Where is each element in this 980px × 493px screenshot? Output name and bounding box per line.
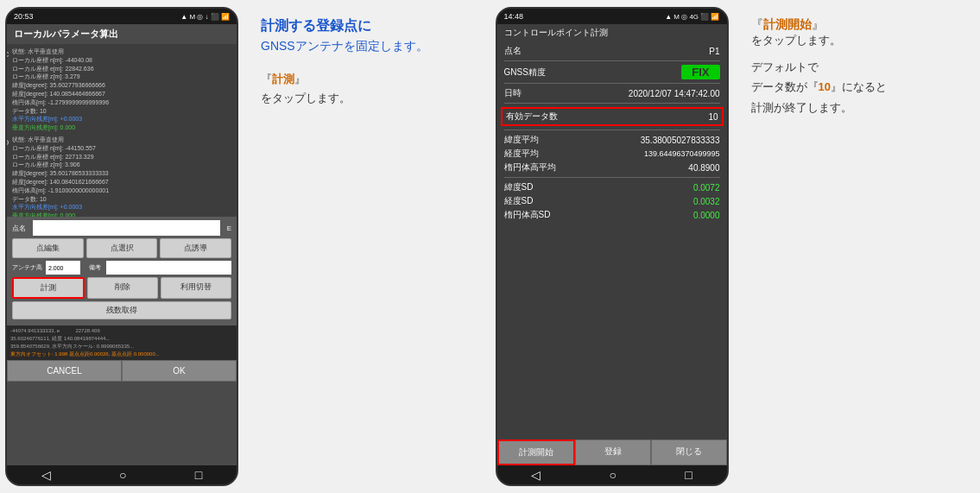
block-d: D 状態: 水平垂直使用 ローカル座標 n[m]: -44150.557 ローカ… xyxy=(12,136,231,217)
row-height-avg: 楕円体高平均 40.8900 xyxy=(504,161,720,174)
cancel-button[interactable]: CANCEL xyxy=(7,360,122,382)
toggle-button[interactable]: 利用切替 xyxy=(161,277,231,299)
point-name-input[interactable] xyxy=(33,220,220,236)
divider-2 xyxy=(504,83,720,84)
middle-instruction: 計測する登録点に GNSSアンテナを固定します。 『計測』 をタップします。 xyxy=(243,0,490,123)
nav-bar-1: ◁ ○ □ xyxy=(7,465,237,484)
nav-bar-2: ◁ ○ □ xyxy=(497,465,727,484)
point-edit-button[interactable]: 点編集 xyxy=(12,238,84,258)
antenna-input[interactable] xyxy=(46,261,80,275)
recent-button-1[interactable]: □ xyxy=(195,468,202,482)
c-label: C xyxy=(7,49,9,60)
divider-5 xyxy=(504,177,720,178)
row-valid-data: 有効データ数 10 xyxy=(501,107,724,126)
right-instr-2: デフォルトで データ数が『10』になると 計測が終了します。 xyxy=(751,57,964,117)
right-highlight: 計測開始 xyxy=(763,17,812,31)
right-line1: 『計測開始』 xyxy=(751,17,964,33)
status-bar-2: 14:48 ▲ M ◎ 4G ⬛ 📶 xyxy=(497,9,727,24)
divider-3 xyxy=(504,103,720,104)
screen-title-1: ローカルパラメータ算出 xyxy=(7,24,237,44)
btn-row-1: 点編集 点選択 点誘導 xyxy=(12,238,231,258)
right-line2: をタップします。 xyxy=(751,33,964,48)
recent-button-2[interactable]: □ xyxy=(685,468,692,482)
instruction-line2: GNSSアンテナを固定します。 xyxy=(261,39,473,54)
zandaka-button[interactable]: 残数取得 xyxy=(12,301,231,319)
data-area-1: C 状態: 水平垂直使用 ローカル座標 n[m]: -44040.08 ローカル… xyxy=(7,44,237,217)
antenna-label: アンテナ高 xyxy=(12,263,42,272)
screen-2: コントロールポイント計測 点名 P1 GNSS精度 FIX 日時 2020/12… xyxy=(497,24,727,465)
screen2-bottom-buttons: 計測開始 登録 閉じる xyxy=(497,439,727,465)
point-guide-button[interactable]: 点誘導 xyxy=(160,238,231,258)
phone2: 14:48 ▲ M ◎ 4G ⬛ 📶 コントロールポイント計測 点名 P1 GN… xyxy=(496,7,729,486)
divider-4 xyxy=(504,130,720,130)
ok-button[interactable]: OK xyxy=(122,360,237,382)
block-c: C 状態: 水平垂直使用 ローカル座標 n[m]: -44040.08 ローカル… xyxy=(12,47,231,132)
instruction-block-1: 計測する登録点に GNSSアンテナを固定します。 xyxy=(261,17,473,54)
data-table: 点名 P1 GNSS精度 FIX 日時 2020/12/07 14:47:42.… xyxy=(497,41,727,224)
status-bar-1: 20:53 ▲ M ◎ ↓ ⬛ 📶 xyxy=(7,9,237,24)
e-label: E xyxy=(227,224,231,232)
d-label: D xyxy=(7,137,9,149)
memo-label: 備考 xyxy=(89,263,101,272)
status-icons-1: ▲ M ◎ ↓ ⬛ 📶 xyxy=(180,13,230,21)
instruction-tap-line2: をタップします。 xyxy=(261,91,473,106)
row-lat-avg: 緯度平均 35.38005027833333 xyxy=(504,134,720,146)
home-button-1[interactable]: ○ xyxy=(119,468,126,482)
right-instr-1: 『計測開始』 をタップします。 xyxy=(751,17,964,48)
point-select-button[interactable]: 点選択 xyxy=(86,238,158,258)
instruction-tap: 『計測』 xyxy=(261,72,473,87)
time-1: 20:53 xyxy=(14,12,34,21)
btn-row-2: 計測 削除 利用切替 xyxy=(12,277,231,299)
delete-button[interactable]: 削除 xyxy=(87,277,158,299)
controls-area: 点名 E 点編集 点選択 点誘導 アンテナ高 備考 計測 削除 利用切替 残数取… xyxy=(7,217,237,326)
bottom-buttons: CANCEL OK xyxy=(7,360,237,382)
keisoku-start-button[interactable]: 計測開始 xyxy=(497,439,575,465)
row-lat-sd: 緯度SD 0.0072 xyxy=(504,181,720,193)
spacer xyxy=(497,224,727,439)
instruction-block-2: 『計測』 をタップします。 xyxy=(261,72,473,106)
divider-1 xyxy=(504,60,720,61)
back-button-2[interactable]: ◁ xyxy=(531,468,541,482)
screen-1: ローカルパラメータ算出 C 状態: 水平垂直使用 ローカル座標 n[m]: -4… xyxy=(7,24,237,465)
right-instruction: 『計測開始』 をタップします。 デフォルトで データ数が『10』になると 計測が… xyxy=(734,0,981,135)
coords-area: -44074.941333333, e 22728.406 35.6024677… xyxy=(7,326,237,360)
phone1: 20:53 ▲ M ◎ ↓ ⬛ 📶 ローカルパラメータ算出 C 状態: 水平垂直… xyxy=(5,7,238,486)
antenna-row: アンテナ高 備考 xyxy=(12,261,231,275)
row-lon-sd: 経度SD 0.0032 xyxy=(504,195,720,207)
home-button-2[interactable]: ○ xyxy=(610,468,616,482)
point-name-label: 点名 xyxy=(12,224,29,233)
status-icons-2: ▲ M ◎ 4G ⬛ 📶 xyxy=(665,13,719,21)
time-2: 14:48 xyxy=(504,12,524,21)
close-button[interactable]: 閉じる xyxy=(651,439,727,465)
row-height-sd: 楕円体高SD 0.0000 xyxy=(504,209,720,221)
touroku-button[interactable]: 登録 xyxy=(575,439,651,465)
instruction-line1: 計測する登録点に xyxy=(261,17,473,35)
keisoku-button[interactable]: 計測 xyxy=(12,277,85,299)
row-datetime: 日時 2020/12/07 14:47:42.00 xyxy=(504,87,720,99)
memo-input[interactable] xyxy=(106,261,231,275)
screen-title-2: コントロールポイント計測 xyxy=(497,24,727,41)
back-button-1[interactable]: ◁ xyxy=(41,468,51,482)
row-gnss: GNSS精度 FIX xyxy=(504,65,720,79)
tap-highlight: 計測 xyxy=(272,73,294,85)
data-count-highlight: 10 xyxy=(819,80,831,93)
row-lon-avg: 経度平均 139.64496370499995 xyxy=(504,148,720,160)
point-name-row: 点名 E xyxy=(12,220,231,236)
row-point-name: 点名 P1 xyxy=(504,45,720,57)
